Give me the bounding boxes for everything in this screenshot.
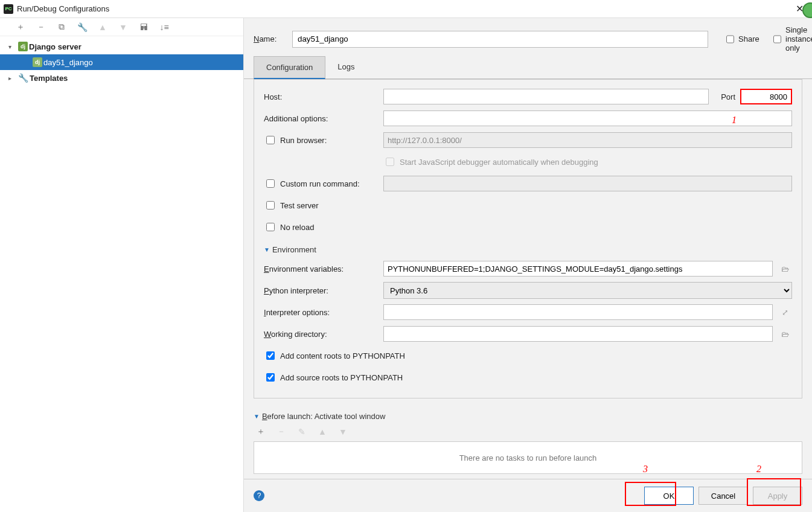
- custom-run-command-input: [383, 176, 792, 191]
- host-label: Host:: [264, 92, 379, 101]
- host-input[interactable]: [383, 89, 709, 104]
- test-server-checkbox[interactable]: Test server: [264, 199, 319, 211]
- tasks-empty-message: There are no tasks to run before launch: [254, 441, 802, 474]
- expand-icon[interactable]: ⤢: [778, 305, 792, 319]
- wrench-icon: 🔧: [18, 73, 28, 83]
- working-directory-label: Working directory:: [264, 330, 379, 339]
- chevron-down-icon: ▼: [254, 413, 260, 420]
- start-js-debugger-checkbox: Start JavaScript debugger automatically …: [383, 156, 598, 168]
- browse-icon[interactable]: 🗁: [778, 261, 792, 276]
- remove-icon[interactable]: －: [36, 22, 46, 32]
- port-input[interactable]: [740, 89, 792, 104]
- add-source-roots-checkbox[interactable]: Add source roots to PYTHONPATH: [264, 371, 403, 383]
- run-browser-checkbox[interactable]: Run browser:: [264, 134, 327, 146]
- tree-label: Django server: [28, 42, 82, 51]
- before-launch-panel: ▼ Before launch: Activate tool window ＋ …: [254, 398, 802, 479]
- dialog-button-bar: ? OK Cancel Apply: [244, 479, 812, 512]
- save-templates-icon[interactable]: 🖬: [139, 22, 149, 32]
- tab-logs[interactable]: Logs: [325, 56, 366, 78]
- add-content-roots-checkbox[interactable]: Add content roots to PYTHONPATH: [264, 350, 405, 362]
- chevron-right-icon: ▸: [8, 75, 18, 82]
- add-icon[interactable]: ＋: [16, 22, 25, 32]
- ok-button[interactable]: OK: [644, 487, 694, 505]
- single-instance-checkbox[interactable]: Single instance only: [771, 25, 802, 53]
- up-icon[interactable]: ▲: [98, 22, 107, 32]
- tree-node-django-server[interactable]: ▾ dj Django server: [0, 39, 243, 54]
- down-icon[interactable]: ▼: [338, 427, 348, 437]
- custom-run-command-checkbox[interactable]: Custom run command:: [264, 178, 360, 190]
- django-icon: dj: [33, 57, 42, 67]
- up-icon[interactable]: ▲: [318, 427, 327, 437]
- copy-icon[interactable]: ⧉: [57, 22, 66, 32]
- wrench-icon[interactable]: 🔧: [77, 22, 87, 32]
- sidebar: ＋ － ⧉ 🔧 ▲ ▼ 🖬 ↓≡ ▾ dj Django server dj d…: [0, 18, 244, 512]
- add-icon[interactable]: ＋: [256, 427, 266, 437]
- python-interpreter-label: Python interpreter:: [264, 286, 379, 295]
- share-checkbox[interactable]: Share: [724, 33, 755, 45]
- tree-node-templates[interactable]: ▸ 🔧 Templates: [0, 70, 243, 86]
- remove-icon[interactable]: －: [277, 427, 286, 437]
- additional-options-label: Additional options:: [264, 114, 379, 123]
- interpreter-options-input[interactable]: [383, 304, 773, 320]
- name-input[interactable]: [292, 31, 708, 48]
- env-vars-input[interactable]: [383, 261, 773, 277]
- tree-label: Templates: [28, 74, 68, 83]
- chevron-down-icon: ▼: [264, 246, 270, 253]
- chevron-down-icon: ▾: [8, 43, 18, 50]
- tree-label: day51_django: [42, 58, 93, 67]
- env-vars-label: Environment variables:: [264, 264, 379, 274]
- browse-icon[interactable]: 🗁: [778, 327, 792, 341]
- run-browser-input: [383, 132, 792, 148]
- django-icon: dj: [18, 42, 28, 51]
- no-reload-checkbox[interactable]: No reload: [264, 221, 314, 233]
- name-label: Name:: [254, 34, 285, 43]
- working-directory-input[interactable]: [383, 326, 773, 342]
- cancel-button[interactable]: Cancel: [699, 487, 748, 505]
- apply-button[interactable]: Apply: [753, 487, 802, 505]
- before-launch-toolbar: ＋ － ✎ ▲ ▼: [254, 424, 802, 439]
- port-label: Port: [721, 92, 735, 101]
- interpreter-options-label: Interpreter options:: [264, 308, 379, 317]
- config-tree: ▾ dj Django server dj day51_django ▸ 🔧 T…: [0, 36, 243, 88]
- app-icon: PC: [4, 4, 13, 14]
- edit-icon[interactable]: ✎: [297, 427, 307, 437]
- content-area: Name: Share Single instance only Configu…: [244, 18, 812, 512]
- environment-header[interactable]: ▼ Environment: [264, 245, 792, 254]
- before-launch-header[interactable]: ▼ Before launch: Activate tool window: [254, 412, 802, 421]
- tabs: Configuration Logs: [244, 56, 812, 79]
- tree-node-day51-django[interactable]: dj day51_django: [0, 54, 243, 70]
- additional-options-input[interactable]: [383, 110, 792, 126]
- config-panel: Host: Port Additional options: Run brows…: [254, 79, 802, 398]
- python-interpreter-select[interactable]: Python 3.6: [383, 282, 792, 299]
- titlebar: PC Run/Debug Configurations ✕: [0, 0, 812, 18]
- down-icon[interactable]: ▼: [118, 22, 128, 32]
- sort-icon[interactable]: ↓≡: [159, 22, 169, 32]
- sidebar-toolbar: ＋ － ⧉ 🔧 ▲ ▼ 🖬 ↓≡: [0, 18, 243, 36]
- tab-configuration[interactable]: Configuration: [254, 56, 325, 79]
- help-icon[interactable]: ?: [254, 490, 264, 501]
- window-title: Run/Debug Configurations: [17, 4, 791, 13]
- name-row: Name: Share Single instance only: [244, 18, 812, 56]
